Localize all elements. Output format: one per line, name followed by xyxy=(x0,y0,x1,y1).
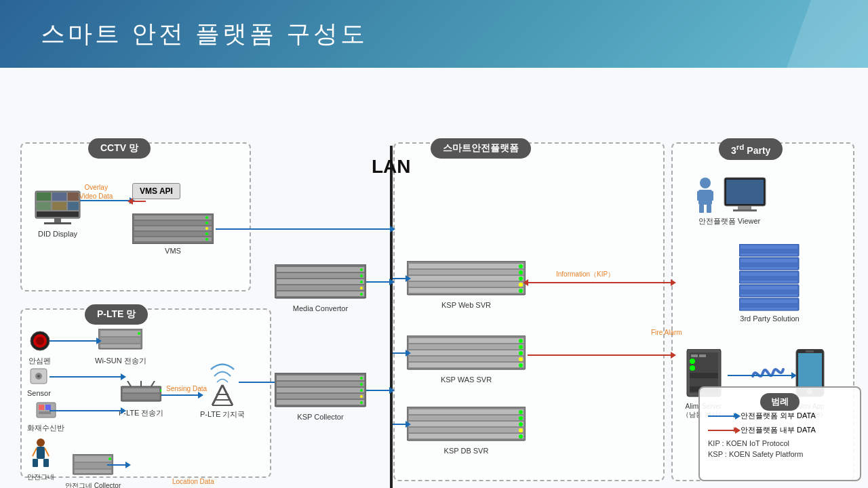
svg-rect-7 xyxy=(37,211,79,217)
svg-rect-86 xyxy=(409,264,524,268)
arrow-plte-to-base xyxy=(161,394,199,396)
svg-rect-143 xyxy=(741,294,797,296)
svg-rect-66 xyxy=(277,279,364,284)
sensor-label: Sensor xyxy=(27,389,51,397)
svg-rect-137 xyxy=(741,272,797,276)
svg-rect-88 xyxy=(409,276,524,281)
svg-point-118 xyxy=(700,178,711,188)
svg-rect-142 xyxy=(741,290,797,293)
svg-point-152 xyxy=(690,359,695,364)
header: 스마트 안전 플랫폼 구성도 xyxy=(0,0,868,68)
legend-red-line xyxy=(708,430,735,431)
svg-point-23 xyxy=(36,337,44,345)
location-data-label: Location Data xyxy=(172,478,214,485)
svg-rect-134 xyxy=(741,263,797,266)
legend-ksp-text: KSP : KOEN Safety Platform xyxy=(708,450,852,458)
svg-rect-139 xyxy=(741,281,797,283)
overlay-label: OverlayVideo Data xyxy=(79,183,113,201)
vms-label: VMS xyxy=(165,247,181,255)
svg-point-17 xyxy=(205,222,208,224)
plte-transmitter-icon xyxy=(121,381,161,405)
arrow-plte-base-to-mc xyxy=(239,382,277,383)
svg-rect-15 xyxy=(134,237,212,241)
arrow-vms-api-left xyxy=(132,201,146,202)
svg-rect-67 xyxy=(277,285,364,290)
svg-rect-125 xyxy=(726,180,764,204)
monitor-icon xyxy=(723,176,767,214)
svg-line-50 xyxy=(127,381,131,386)
svg-line-34 xyxy=(45,448,49,456)
media-convertor-device: Media Convertor xyxy=(275,264,366,312)
media-convertor-label: Media Convertor xyxy=(293,304,348,312)
svg-rect-141 xyxy=(741,286,797,289)
plte-label: P-LTE 망 xyxy=(85,304,148,325)
svg-rect-4 xyxy=(37,202,51,210)
safety-net-label: 안전그네 xyxy=(27,472,54,482)
fire-receiver-device: 화재수신반 xyxy=(27,400,64,433)
arrow-mc-to-lan xyxy=(366,281,390,283)
svg-rect-45 xyxy=(100,344,140,348)
arrow-safety-to-plte xyxy=(107,464,126,466)
anshimpen-icon xyxy=(30,329,50,353)
legend-internal-text: 안전플랫폼 내부 DATA xyxy=(741,425,816,435)
svg-rect-101 xyxy=(409,363,524,367)
arrow-ksp-col-to-lan xyxy=(366,390,390,391)
svg-rect-8 xyxy=(54,218,61,222)
arrow-fire-to-plte xyxy=(50,410,121,411)
ksp-web-svr-device: KSP Web SVR xyxy=(407,261,526,309)
svg-rect-126 xyxy=(738,206,751,209)
svg-rect-145 xyxy=(741,300,797,303)
legend-kip-text: KIP : KOEN IoT Protocol xyxy=(708,439,852,447)
did-display-device: DID Display xyxy=(34,190,81,238)
safety-collector-device: 안전그네 Collector xyxy=(65,454,121,488)
svg-point-26 xyxy=(37,375,40,378)
svg-rect-100 xyxy=(409,357,524,361)
ksp-db-svr-icon xyxy=(407,407,526,444)
svg-point-41 xyxy=(108,458,111,460)
third-party-solution-device: 3rd Party Solution xyxy=(739,244,800,323)
svg-rect-130 xyxy=(741,249,797,253)
svg-point-92 xyxy=(519,270,523,274)
svg-rect-32 xyxy=(37,447,45,459)
arrow-lan-to-db xyxy=(393,424,406,425)
cctv-label: CCTV 망 xyxy=(88,138,151,159)
svg-rect-12 xyxy=(134,221,212,225)
svg-rect-2 xyxy=(52,192,66,201)
svg-rect-40 xyxy=(75,470,111,473)
legend-blue-line xyxy=(708,415,735,417)
svg-rect-150 xyxy=(691,354,698,357)
svg-rect-76 xyxy=(277,382,364,386)
svg-rect-110 xyxy=(409,422,524,426)
svg-point-91 xyxy=(519,264,523,268)
svg-rect-87 xyxy=(409,270,524,274)
svg-point-102 xyxy=(519,339,523,343)
svg-point-82 xyxy=(360,389,363,392)
svg-line-52 xyxy=(151,381,155,386)
safety-collector-icon xyxy=(73,454,113,479)
svg-point-103 xyxy=(519,345,523,349)
vms-device: VMS xyxy=(132,214,214,255)
svg-rect-68 xyxy=(277,291,364,296)
arrow-ksp-to-third xyxy=(528,282,671,283)
wi-sun-label: Wi-SUN 전송기 xyxy=(95,356,146,366)
svg-rect-155 xyxy=(690,380,718,385)
svg-rect-30 xyxy=(39,411,51,414)
svg-rect-154 xyxy=(690,373,718,378)
safety-collector-label: 안전그네 Collector xyxy=(65,481,121,488)
fire-alarm-label: Fire Alarm xyxy=(651,329,682,336)
svg-point-113 xyxy=(519,410,523,414)
svg-rect-14 xyxy=(134,232,212,236)
safety-net-device: 안전그네 xyxy=(27,437,54,482)
svg-point-83 xyxy=(360,395,363,398)
svg-rect-108 xyxy=(409,409,524,414)
did-display-icon xyxy=(34,190,81,227)
person-icon xyxy=(692,176,719,214)
plte-tower-icon xyxy=(204,352,241,407)
wi-sun-icon xyxy=(98,329,142,353)
vms-rack-icon xyxy=(132,214,214,244)
svg-rect-3 xyxy=(68,192,79,201)
svg-point-80 xyxy=(360,377,363,380)
svg-point-95 xyxy=(519,289,523,293)
svg-rect-35 xyxy=(33,459,38,467)
svg-rect-89 xyxy=(409,282,524,287)
